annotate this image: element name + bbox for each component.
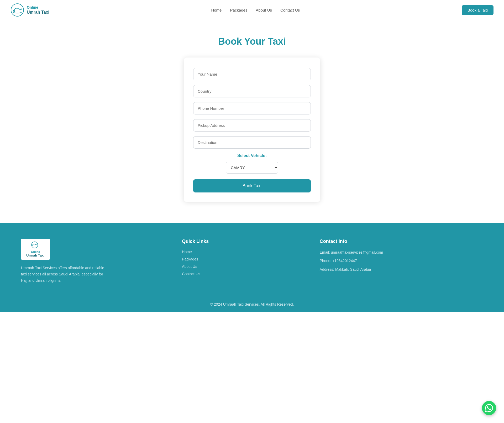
list-item: Packages xyxy=(182,257,298,262)
contact-info-heading: Contact Info xyxy=(320,239,483,244)
footer-link-home[interactable]: Home xyxy=(182,250,192,254)
footer-bottom: © 2024 Umraah Taxi Services. All Rights … xyxy=(21,297,483,312)
logo-brand-text: Umrah Taxi xyxy=(27,10,49,15)
name-input[interactable] xyxy=(193,68,311,80)
book-taxi-button[interactable]: Book a Taxi xyxy=(462,5,494,15)
logo[interactable]: Online Umrah Taxi xyxy=(10,3,49,17)
nav-contact[interactable]: Contact Us xyxy=(280,8,300,12)
nav-about[interactable]: About Us xyxy=(256,8,272,12)
pickup-input[interactable] xyxy=(193,119,311,132)
nav-packages[interactable]: Packages xyxy=(230,8,247,12)
quick-links-heading: Quick Links xyxy=(182,239,298,244)
svg-point-1 xyxy=(13,10,15,12)
footer-logo-icon xyxy=(30,241,41,249)
select-vehicle-label: Select Vehicle: xyxy=(193,153,311,158)
page-title: Book Your Taxi xyxy=(5,36,499,47)
destination-input[interactable] xyxy=(193,136,311,149)
footer-link-contact[interactable]: Contact Us xyxy=(182,272,200,276)
contact-phone: Phone: +19342012447 xyxy=(320,258,483,264)
footer-quick-links: Quick Links Home Packages About Us Conta… xyxy=(182,239,298,284)
site-header: Online Umrah Taxi Home Packages About Us… xyxy=(0,0,504,20)
footer-contact-info: Contact Info Email: umraahtaxiservices@g… xyxy=(320,239,483,284)
contact-address: Address: Makkah, Saudi Arabia xyxy=(320,267,483,272)
list-item: Contact Us xyxy=(182,271,298,276)
svg-point-3 xyxy=(32,245,33,246)
logo-icon xyxy=(10,3,24,17)
footer-top: Online Umrah Taxi Umraah Taxi Services o… xyxy=(21,239,483,297)
country-input[interactable] xyxy=(193,85,311,97)
main-nav: Home Packages About Us Contact Us xyxy=(211,8,300,12)
phone-input[interactable] xyxy=(193,102,311,114)
copyright-text: © 2024 Umraah Taxi Services. All Rights … xyxy=(210,302,294,306)
contact-email: Email: umraahtaxiservices@gmail.com xyxy=(320,249,483,255)
site-footer: Online Umrah Taxi Umraah Taxi Services o… xyxy=(0,223,504,312)
footer-link-about[interactable]: About Us xyxy=(182,264,197,269)
logo-online-text: Online xyxy=(27,5,49,10)
nav-home[interactable]: Home xyxy=(211,8,222,12)
book-taxi-submit-button[interactable]: Book Taxi xyxy=(193,179,311,192)
list-item: Home xyxy=(182,249,298,254)
footer-logo: Online Umrah Taxi xyxy=(21,239,50,260)
footer-logo-online: Online xyxy=(31,250,40,253)
footer-logo-umrah: Umrah Taxi xyxy=(26,253,45,257)
list-item: About Us xyxy=(182,264,298,269)
main-content: Book Your Taxi Select Vehicle: CAMRY HIA… xyxy=(0,20,504,223)
quick-links-list: Home Packages About Us Contact Us xyxy=(182,249,298,276)
footer-link-packages[interactable]: Packages xyxy=(182,257,198,261)
booking-form-card: Select Vehicle: CAMRY HIACE COASTER BUS … xyxy=(184,58,320,202)
svg-point-0 xyxy=(11,4,24,16)
footer-brand: Online Umrah Taxi Umraah Taxi Services o… xyxy=(21,239,161,284)
footer-description: Umraah Taxi Services offers affordable a… xyxy=(21,265,105,284)
vehicle-select[interactable]: CAMRY HIACE COASTER BUS xyxy=(226,162,278,174)
